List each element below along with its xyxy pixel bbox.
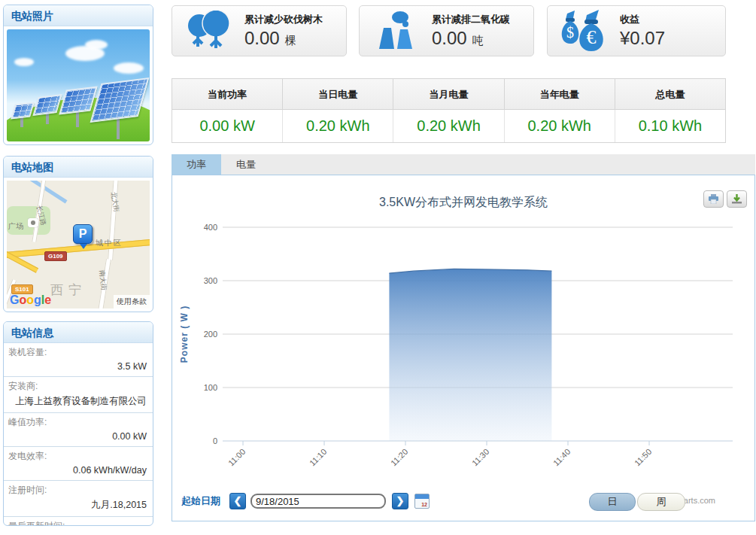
factory-icon	[360, 10, 432, 52]
panel-pole	[76, 111, 79, 127]
x-tick-label: 11:30	[470, 447, 490, 467]
info-value: 0.06 kWh/kW/day	[8, 463, 148, 476]
cloud	[114, 62, 144, 74]
start-date-input[interactable]	[250, 494, 386, 509]
day-range-button[interactable]: 日	[589, 493, 636, 511]
x-tick-label: 11:10	[308, 447, 328, 467]
map-terms-link[interactable]: 使用条款	[114, 295, 150, 309]
stats-value: 0.20 kWh	[283, 110, 393, 142]
info-label: 安装商:	[8, 380, 148, 393]
photo-panel: 电站照片	[3, 5, 153, 145]
x-tick-label: 11:40	[551, 447, 572, 467]
svg-text:$: $	[566, 24, 574, 41]
station-photo	[7, 29, 150, 141]
info-value: 0.00 kW	[8, 429, 148, 442]
start-date-label: 起始日期	[181, 491, 220, 511]
district-label: 城中区	[96, 238, 123, 248]
info-value: 上海上益教育设备制造有限公司	[8, 393, 148, 409]
summary-card-revenue: $ € 收益 ¥0.07	[547, 5, 726, 56]
chart-tabbar: 功率 电量	[172, 154, 755, 175]
calendar-icon[interactable]: 12	[414, 494, 430, 509]
stats-table: 当前功率 当日电量 当月电量 当年电量 总电量 0.00 kW 0.20 kWh…	[172, 78, 726, 143]
stats-header-row: 当前功率 当日电量 当月电量 当年电量 总电量	[172, 79, 725, 110]
chart-panel: 3.5KW分布式并网发电教学系统	[172, 175, 755, 521]
google-logo[interactable]: Google	[10, 293, 51, 307]
area-series	[389, 269, 551, 441]
map-panel-title: 电站地图	[4, 157, 153, 178]
info-row: 最后更新时间: 九月.18 11:27,GMT +8,2015	[4, 517, 153, 526]
stats-value: 0.20 kWh	[393, 110, 504, 142]
summary-card-trees: 累计减少砍伐树木 0.00 棵	[172, 5, 347, 56]
chart-controls: 起始日期 ❮ ❯ 12 Highcharts.com 日 周	[172, 491, 754, 514]
power-area-chart: 0 100 200 300 400 11:00 11:10 11:20 11:3…	[172, 175, 756, 488]
info-label: 最后更新时间:	[8, 520, 148, 526]
next-date-button[interactable]: ❯	[392, 493, 408, 509]
info-label: 注册时间:	[8, 484, 148, 497]
card-unit: 棵	[284, 34, 296, 47]
panel-pole	[117, 117, 120, 139]
cloud	[14, 58, 34, 66]
stats-value: 0.10 kWh	[615, 110, 725, 142]
trees-icon	[172, 11, 244, 51]
y-tick-label: 400	[204, 223, 217, 232]
info-row: 峰值功率: 0.00 kW	[4, 413, 153, 447]
x-tick-label: 11:20	[389, 447, 409, 467]
y-tick-label: 300	[204, 276, 217, 285]
summary-card-co2: 累计减排二氧化碳 0.00 吨	[359, 5, 534, 56]
stats-header: 当月电量	[393, 79, 504, 110]
y-tick-label: 100	[204, 383, 217, 392]
stats-header: 当年电量	[505, 79, 615, 110]
stats-header: 总电量	[615, 79, 725, 110]
camera-poi-icon	[28, 218, 38, 227]
panel-pole	[20, 117, 23, 127]
x-tick-label: 11:50	[633, 447, 653, 467]
stats-value: 0.00 kW	[172, 110, 283, 142]
info-label: 发电效率:	[8, 450, 148, 463]
info-panel: 电站信息 装机容量: 3.5 kW 安装商: 上海上益教育设备制造有限公司 峰值…	[3, 321, 153, 526]
tab-power[interactable]: 功率	[172, 154, 221, 175]
card-value: 0.00	[244, 28, 280, 48]
card-value: ¥0.07	[620, 28, 665, 48]
info-value: 3.5 kW	[8, 359, 148, 372]
y-tick-label: 0	[213, 436, 217, 445]
info-row: 安装商: 上海上益教育设备制造有限公司	[4, 377, 153, 413]
x-tick-label: 11:00	[226, 447, 247, 467]
card-label: 收益	[620, 13, 665, 26]
map-river	[7, 181, 67, 204]
moneybags-icon: $ €	[548, 9, 620, 53]
y-tick-label: 200	[204, 330, 217, 339]
road-badge-g109: G109	[44, 251, 67, 261]
info-label: 峰值功率:	[8, 416, 148, 429]
svg-text:€: €	[587, 26, 597, 48]
info-label: 装机容量:	[8, 346, 148, 359]
tab-energy[interactable]: 电量	[221, 154, 271, 175]
stats-header: 当前功率	[172, 79, 283, 110]
info-value: 九月.18,2015	[8, 497, 148, 512]
street-label: 北大街	[108, 191, 121, 213]
info-row: 装机容量: 3.5 kW	[4, 343, 153, 377]
place-label: 广场	[8, 221, 23, 232]
info-row: 发电效率: 0.06 kWh/kW/day	[4, 447, 153, 481]
card-label: 累计减排二氧化碳	[432, 13, 510, 26]
prev-date-button[interactable]: ❮	[229, 493, 246, 509]
y-axis-title: Power ( W )	[179, 305, 190, 363]
stats-header: 当日电量	[283, 79, 393, 110]
station-map-marker[interactable]: P	[73, 224, 93, 244]
week-range-button[interactable]: 周	[637, 493, 685, 511]
photo-panel-title: 电站照片	[4, 5, 153, 26]
cloud	[85, 40, 108, 50]
map-panel: 电站地图 G109 S101 长江路 北大街 城中区 南大街 广场 西宁 P G…	[3, 156, 153, 312]
city-label: 西宁	[50, 281, 87, 299]
card-unit: 吨	[472, 34, 483, 47]
card-label: 累计减少砍伐树木	[244, 13, 323, 26]
station-map[interactable]: G109 S101 长江路 北大街 城中区 南大街 广场 西宁 P Google…	[7, 181, 150, 309]
card-value: 0.00	[432, 28, 467, 48]
stats-value: 0.20 kWh	[505, 110, 615, 142]
stats-value-row: 0.00 kW 0.20 kWh 0.20 kWh 0.20 kWh 0.10 …	[172, 110, 725, 142]
street-label: 南大街	[97, 269, 109, 290]
info-panel-title: 电站信息	[4, 322, 153, 343]
info-row: 注册时间: 九月.18,2015	[4, 481, 153, 517]
